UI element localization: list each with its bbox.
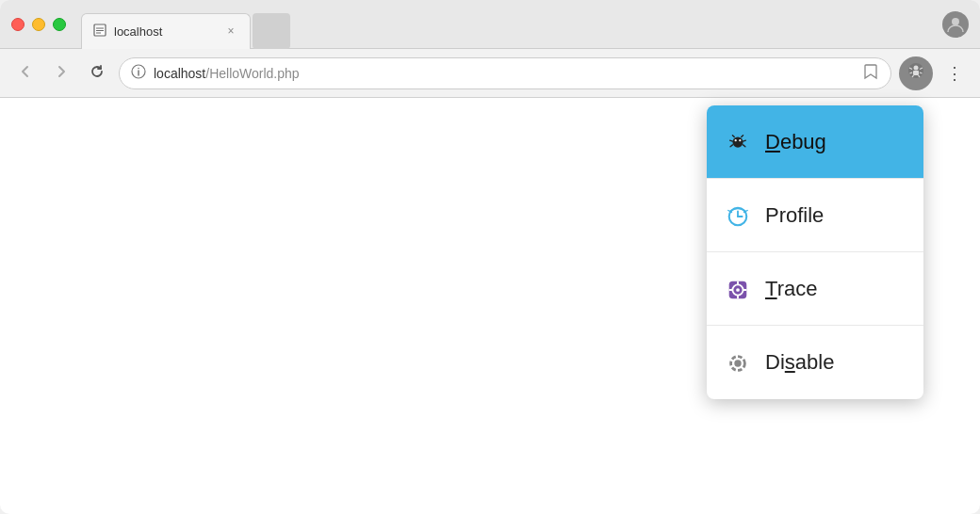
xdebug-icon <box>906 60 926 86</box>
xdebug-dropdown-menu: Debug Profile <box>707 105 923 399</box>
title-bar: localhost × <box>0 0 980 49</box>
tab-page-icon <box>93 24 106 40</box>
page-content: Debug Profile <box>0 98 980 514</box>
nav-bar: localhost/HelloWorld.php ⋮ <box>0 49 980 98</box>
svg-point-18 <box>735 139 737 141</box>
maximize-button[interactable] <box>53 18 66 31</box>
trace-icon <box>726 277 750 301</box>
forward-button[interactable] <box>47 59 75 88</box>
svg-point-4 <box>952 18 959 25</box>
profile-icon <box>726 203 750 228</box>
svg-point-9 <box>914 66 919 71</box>
menu-dots-icon: ⋮ <box>946 63 963 84</box>
svg-point-19 <box>739 139 741 141</box>
disable-icon <box>726 350 750 375</box>
svg-line-22 <box>730 140 733 141</box>
xdebug-button[interactable] <box>899 56 933 90</box>
debug-icon <box>726 130 750 154</box>
new-tab-area <box>253 13 290 49</box>
menu-item-disable-label: Disable <box>765 350 834 375</box>
tab-close-button[interactable]: × <box>223 24 238 39</box>
svg-line-20 <box>732 135 734 137</box>
svg-point-33 <box>736 288 740 292</box>
svg-line-24 <box>730 144 732 146</box>
info-icon <box>131 64 146 82</box>
svg-point-7 <box>138 68 139 70</box>
user-profile-icon[interactable] <box>942 11 969 38</box>
forward-icon <box>53 63 70 84</box>
address-bar[interactable]: localhost/HelloWorld.php <box>119 57 891 89</box>
svg-rect-10 <box>913 71 919 75</box>
bookmark-icon[interactable] <box>862 63 879 84</box>
minimize-button[interactable] <box>32 18 45 31</box>
menu-item-debug[interactable]: Debug <box>707 105 923 179</box>
menu-item-profile[interactable]: Profile <box>707 179 923 252</box>
svg-point-17 <box>732 137 743 147</box>
browser-tab[interactable]: localhost × <box>81 13 251 49</box>
svg-line-25 <box>743 144 745 146</box>
back-icon <box>17 63 34 84</box>
tab-title: localhost <box>114 24 216 39</box>
traffic-lights <box>11 18 66 31</box>
menu-item-trace-label: Trace <box>765 277 817 301</box>
svg-point-38 <box>734 360 741 366</box>
menu-item-debug-label: Debug <box>765 130 826 154</box>
back-button[interactable] <box>11 59 40 88</box>
reload-icon <box>89 63 106 84</box>
address-text: localhost/HelloWorld.php <box>154 66 855 81</box>
menu-item-profile-label: Profile <box>765 203 824 228</box>
close-button[interactable] <box>11 18 24 31</box>
menu-item-trace[interactable]: Trace <box>707 252 923 326</box>
svg-line-23 <box>743 140 746 141</box>
menu-item-disable[interactable]: Disable <box>707 326 923 399</box>
reload-button[interactable] <box>83 59 111 88</box>
svg-line-21 <box>742 135 743 137</box>
browser-menu-button[interactable]: ⋮ <box>940 59 969 88</box>
